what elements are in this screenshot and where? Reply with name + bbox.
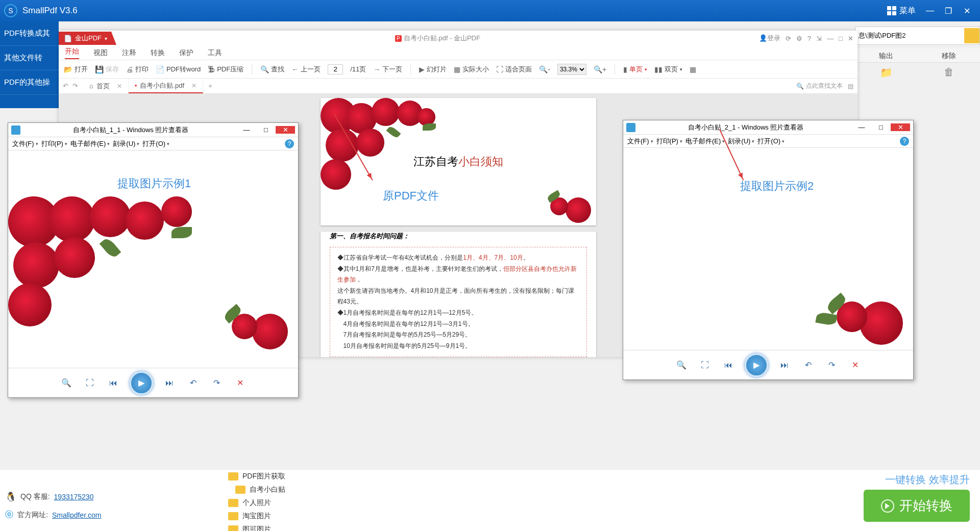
folder-item[interactable]: 图可图片 [217,523,285,531]
pv-rotate-ccw-button[interactable]: ↶ [186,376,200,390]
pv2-image-area [623,148,913,350]
help-icon[interactable]: ? [807,35,811,42]
undo-button[interactable]: ↶ [63,82,68,90]
more-layout-button[interactable]: ▦ [690,65,696,73]
find-button[interactable]: 🔍查找 [260,65,284,74]
page-total: /11页 [350,65,366,74]
pv-zoom-button[interactable]: 🔍 [59,376,74,390]
new-tab-button[interactable]: + [208,82,212,90]
pv-delete-button[interactable]: ✕ [848,358,862,372]
pdf-app-tab[interactable]: 📄 金山PDF ▾ [59,32,116,45]
close-button[interactable]: ✕ [958,6,976,16]
save-button[interactable]: 💾保存 [95,65,119,74]
slideshow-button[interactable]: ▶幻灯片 [419,65,447,74]
tab-close-icon[interactable]: ✕ [191,82,197,89]
menu-convert[interactable]: 转换 [151,48,165,58]
qq-link[interactable]: 1933175230 [54,493,94,501]
compact-icon[interactable]: ⇲ [816,35,822,42]
menu-button[interactable]: 菜单 [882,4,921,18]
tab-home[interactable]: ⌂首页✕ [83,79,129,93]
pv-menu-open[interactable]: 打开(O) [757,137,785,146]
single-page-button[interactable]: ▮单页▾ [623,65,647,74]
pv-first-button[interactable]: ⏮ [106,376,120,390]
start-convert-button[interactable]: 开始转换 [864,490,970,522]
print-button[interactable]: 🖨打印 [126,65,149,74]
sidebar-item-other-ops[interactable]: PDF的其他操 [0,70,59,95]
pv-menu-file[interactable]: 文件(F) [12,139,38,148]
pv-menu-print[interactable]: 打印(P) [656,137,682,146]
menu-protect[interactable]: 保护 [179,48,193,58]
pv2-minimize[interactable]: — [852,123,871,131]
menu-start[interactable]: 开始 [65,47,79,59]
sidebar-item-other-convert[interactable]: 其他文件转 [0,46,59,70]
print-icon: 🖨 [126,65,133,73]
maximize-button[interactable]: ❐ [939,6,958,16]
redo-button[interactable]: ↷ [72,82,78,90]
double-page-button[interactable]: ▮▮双页▾ [654,65,682,74]
pv-rotate-cw-button[interactable]: ↷ [209,376,224,390]
tab-close-icon[interactable]: ✕ [117,83,122,90]
doc-title: P自考小白贴.pdf - 金山PDF [116,34,759,43]
zoom-select[interactable]: 33.3% [557,64,586,75]
pv-slideshow-button[interactable]: ▶ [745,353,768,377]
folder-open-icon[interactable]: 📁 [855,66,918,79]
pdf-maximize-button[interactable]: □ [839,35,843,42]
pv-menu-email[interactable]: 电子邮件(E) [70,139,110,148]
zoom-out-button[interactable]: 🔍- [539,65,550,73]
single-page-icon: ▮ [623,65,627,73]
page-number-input[interactable] [328,64,343,74]
pv-help-icon[interactable]: ? [285,139,294,148]
pdf-minimize-button[interactable]: — [827,35,834,42]
pv-menu-file[interactable]: 文件(F) [627,137,653,146]
pv1-maximize[interactable]: □ [256,126,276,134]
minimize-button[interactable]: — [921,6,939,15]
pv-fit-button[interactable]: ⛶ [698,358,712,372]
folder-item[interactable]: 淘宝图片 [217,510,285,523]
compress-button[interactable]: 🗜PDF压缩 [208,65,243,74]
pv-last-button[interactable]: ⏭ [777,358,792,372]
output-path-input[interactable] [855,32,962,40]
pv-help-icon[interactable]: ? [900,137,909,146]
pv-menu-email[interactable]: 电子邮件(E) [685,137,725,146]
pv-zoom-button[interactable]: 🔍 [674,358,689,372]
menu-annotate[interactable]: 注释 [122,48,136,58]
settings-icon[interactable]: ⚙ [796,35,802,42]
menu-tools[interactable]: 工具 [208,48,222,58]
pv-fit-button[interactable]: ⛶ [83,376,97,390]
fit-page-button[interactable]: ⛶适合页面 [496,65,532,74]
pv1-minimize[interactable]: — [237,126,256,134]
refresh-icon[interactable]: ⟳ [786,35,791,42]
folder-item[interactable]: 自考小白贴 [217,483,285,496]
folder-item[interactable]: 个人照片 [217,496,285,510]
menu-view[interactable]: 视图 [93,48,108,58]
pv-slideshow-button[interactable]: ▶ [130,371,153,395]
find-text-hint[interactable]: 🔍点此查找文本▤ [796,82,853,90]
browse-folder-icon[interactable] [964,28,979,43]
pv-delete-button[interactable]: ✕ [233,376,247,390]
pv1-close[interactable]: ✕ [276,126,295,134]
pv-menu-open[interactable]: 打开(O) [142,139,169,148]
sidebar-item-convert[interactable]: PDF转换成其 [0,21,59,46]
actual-size-button[interactable]: ▦实际大小 [454,65,489,74]
pv-last-button[interactable]: ⏭ [162,376,177,390]
folder-item[interactable]: PDF图片获取 [217,470,285,483]
toword-button[interactable]: 📄PDF转word [156,65,201,74]
pv-rotate-cw-button[interactable]: ↷ [824,358,839,372]
login-button[interactable]: 👤登录 [759,34,780,43]
pv2-maximize[interactable]: □ [871,123,891,131]
trash-icon[interactable]: 🗑 [918,66,981,79]
zoom-in-button[interactable]: 🔍+ [594,65,606,73]
tab-doc[interactable]: ▪自考小白贴.pdf✕ [129,79,203,93]
open-button[interactable]: 📂打开 [64,65,88,74]
pv-first-button[interactable]: ⏮ [721,358,736,372]
home-icon: ⌂ [89,82,93,90]
pv-menu-print[interactable]: 打印(P) [41,139,67,148]
pv-menu-burn[interactable]: 刻录(U) [728,137,754,146]
prev-page-button[interactable]: ←上一页 [291,65,321,74]
pv2-close[interactable]: ✕ [891,123,910,131]
pdf-close-button[interactable]: ✕ [848,35,853,42]
pv-menu-burn[interactable]: 刻录(U) [113,139,139,148]
next-page-button[interactable]: →下一页 [373,65,402,74]
pv-rotate-ccw-button[interactable]: ↶ [801,358,815,372]
site-link[interactable]: Smallpdfer.com [52,511,101,519]
